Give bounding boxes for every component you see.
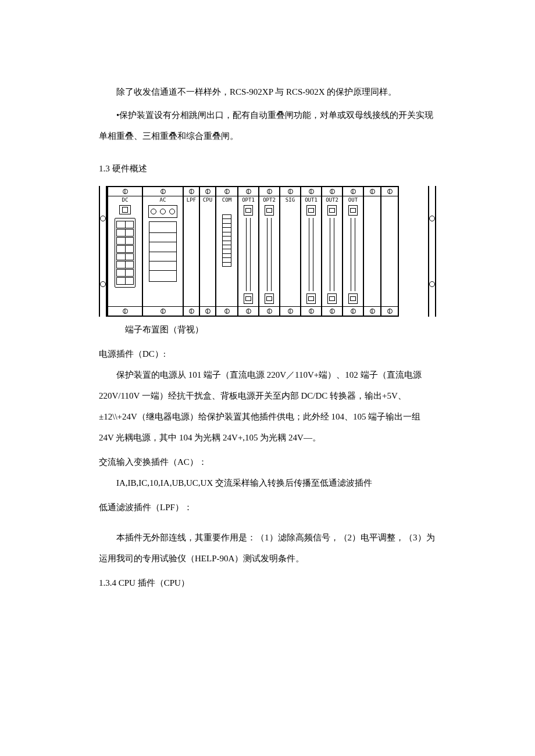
lpf-heading: 低通滤波插件（LPF）： bbox=[99, 497, 436, 518]
diagram-slots: DCACLPFCPUCOMOPT1OPT2SIGOUT1OUT2OUT bbox=[107, 186, 428, 317]
slot-label: OPT1 bbox=[238, 198, 258, 203]
slot-blank-12 bbox=[380, 186, 399, 317]
slot-label: COM bbox=[216, 198, 237, 203]
slot-label: OUT1 bbox=[301, 198, 321, 203]
slot-out1: OUT1 bbox=[300, 186, 322, 317]
slot-label: OPT2 bbox=[259, 198, 279, 203]
diagram-rail-left bbox=[99, 186, 107, 317]
ac-body: IA,IB,IC,10,IA,UB,UC,UX 交流采样输入转换后传播至低通滤波… bbox=[99, 472, 436, 493]
slot-out2: OUT2 bbox=[321, 186, 343, 317]
slot-out: OUT bbox=[342, 186, 364, 317]
dc-body: 保护装置的电源从 101 端子（直流电源 220V／110V+端）、102 端子… bbox=[99, 364, 436, 448]
slot-label: OUT2 bbox=[322, 198, 342, 203]
slot-lpf: LPF bbox=[183, 186, 200, 317]
slot-label: LPF bbox=[184, 198, 199, 203]
slot-opt2: OPT2 bbox=[258, 186, 280, 317]
slot-label: DC bbox=[108, 198, 142, 203]
slot-label: CPU bbox=[200, 198, 215, 203]
cpu-heading: 1.3.4 CPU 插件（CPU） bbox=[99, 572, 436, 593]
slot-cpu: CPU bbox=[199, 186, 216, 317]
slot-label: OUT bbox=[343, 198, 363, 203]
slot-opt1: OPT1 bbox=[237, 186, 259, 317]
slot-label: SIG bbox=[280, 198, 300, 203]
slot-ac: AC bbox=[142, 186, 184, 317]
section-heading-hardware: 1.3 硬件概述 bbox=[99, 158, 436, 179]
slot-label: AC bbox=[143, 198, 183, 203]
slot-com: COM bbox=[215, 186, 238, 317]
intro-paragraph-1: 除了收发信通道不一样样外，RCS-902XP 与 RCS-902X 的保护原理同… bbox=[99, 81, 436, 102]
slot-blank-11 bbox=[363, 186, 381, 317]
ac-heading: 交流输入变换插件（AC）： bbox=[99, 452, 436, 472]
lpf-body: 本插件无外部连线，其重要作用是：（1）滤除高频信号，（2）电平调整，（3）为运用… bbox=[99, 527, 436, 569]
intro-paragraph-2: •保护装置设有分相跳闸出口，配有自动重叠闸功能，对单或双母线接线的开关实现单相重… bbox=[99, 105, 436, 146]
slot-sig: SIG bbox=[279, 186, 301, 317]
dc-heading: 电源插件（DC）: bbox=[99, 343, 436, 364]
terminal-layout-diagram: DCACLPFCPUCOMOPT1OPT2SIGOUT1OUT2OUT bbox=[99, 186, 436, 317]
diagram-caption: 端子布置图（背视） bbox=[99, 319, 436, 340]
slot-dc: DC bbox=[107, 186, 143, 317]
diagram-rail-right bbox=[428, 186, 436, 317]
